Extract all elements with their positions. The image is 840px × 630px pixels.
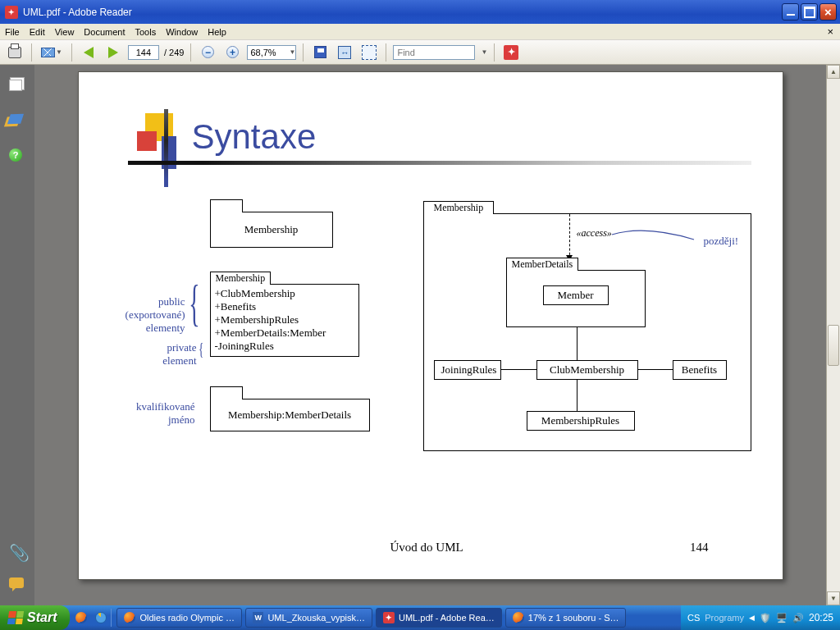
tray-icon[interactable]: 🛡️ [760,613,771,623]
attachments-panel-button[interactable]: 📎 [9,543,25,559]
side-panel: ? 📎 [0,65,34,605]
taskbar-item-adobereader[interactable]: ✦UML.pdf - Adobe Rea… [376,608,502,628]
taskbar-item-label: 17% z 1 souboru - S… [528,613,619,623]
pdf-page: Syntaxe Membership Membership +ClubMembe… [78,71,783,580]
next-page-button[interactable] [103,43,123,62]
zoom-select[interactable]: 68,7%▼ [247,45,296,60]
firefox-icon [513,612,524,623]
fit-page-button[interactable] [359,43,379,62]
decoration [164,109,168,187]
fit-width-button[interactable] [335,43,354,62]
taskbar-item-download[interactable]: 17% z 1 souboru - S… [505,608,627,628]
menu-edit[interactable]: Edit [30,27,45,37]
page-number-input[interactable] [128,45,159,60]
window-maximize-button[interactable] [801,3,818,21]
decoration [128,161,751,165]
email-button[interactable]: ▼ [39,43,65,62]
tray-programs-label[interactable]: Programy [705,613,744,623]
uml-class-member: Member [543,285,609,305]
tray-icon[interactable]: 🖥️ [776,613,788,623]
save-icon [314,46,326,58]
zoom-in-button[interactable]: + [222,43,242,62]
uml-class-memberdetails: MemberDetails Member [506,270,646,327]
layers-icon [7,114,24,125]
package-tab: Membership [423,201,495,214]
document-close-button[interactable]: × [827,25,833,38]
taskbar-item-label: Oldies radio Olympic … [139,613,235,623]
comment-icon [9,578,24,588]
taskbar-item-label: UML_Zkouska_vypisk… [267,613,365,623]
slide-footer: Úvod do UML [390,541,463,555]
label-public: public (exportované) elementy [116,295,185,335]
window-titlebar: ✦ UML.pdf - Adobe Reader [0,0,840,24]
taskbar-item-word[interactable]: WUML_Zkouska_vypisk… [245,608,372,628]
firefox-icon [75,612,87,623]
slide-logo [124,113,189,179]
tray-icon[interactable]: 🔊 [792,613,804,623]
comments-panel-button[interactable] [9,578,25,594]
menu-view[interactable]: View [55,27,75,37]
start-button[interactable]: Start [0,605,70,630]
scroll-thumb[interactable] [828,325,839,366]
brace-icon: { [189,274,199,332]
menu-tools[interactable]: Tools [135,27,157,37]
window-title: UML.pdf - Adobe Reader [23,7,132,18]
separator [71,43,72,62]
menu-help[interactable]: Help [208,27,226,37]
menu-window[interactable]: Window [166,27,198,37]
scroll-track[interactable] [827,79,840,591]
prev-page-button[interactable] [79,43,98,62]
vertical-scrollbar[interactable]: ▲ ▼ [826,65,840,605]
member-public: +ClubMembership [215,287,354,300]
word-icon: W [253,612,263,623]
system-tray: CS Programy ◀ 🛡️ 🖥️ 🔊 20:25 [681,605,840,630]
annotation-arrow [612,228,702,253]
print-icon [8,47,21,58]
acrobat-button[interactable]: ✦ [501,43,521,62]
document-viewport[interactable]: Syntaxe Membership Membership +ClubMembe… [34,65,826,605]
clock[interactable]: 20:25 [809,612,833,623]
member-public: +MemberDetails:Member [215,326,354,340]
arrow-left-icon [84,47,94,58]
language-indicator[interactable]: CS [687,613,700,623]
uml-package-members: Membership +ClubMembership +Benefits +Me… [210,284,359,357]
dependency-line [569,214,570,259]
scroll-down-button[interactable]: ▼ [827,591,840,605]
mail-icon [41,48,55,57]
arrow-right-icon [108,47,118,58]
menu-document[interactable]: Document [84,27,125,37]
separator [494,43,495,62]
layers-panel-button[interactable] [9,114,25,130]
menu-file[interactable]: File [5,27,20,37]
brace-icon: { [199,338,203,359]
window-close-button[interactable] [819,3,837,21]
chevron-down-icon: ▼ [481,48,487,56]
uml-class-membershiprules: MembershipRules [527,411,635,431]
separator [111,609,112,627]
zoom-value: 68,7% [250,48,276,57]
fit-width-icon [338,46,351,59]
stereotype-access: «access» [577,227,612,240]
page-total-label: / 249 [164,48,184,57]
taskbar-item-firefox[interactable]: Oldies radio Olympic … [116,608,242,628]
print-button[interactable] [5,43,25,62]
taskbar-item-label: UML.pdf - Adobe Rea… [399,613,495,623]
pages-panel-button[interactable] [9,80,25,96]
label-qualified: kvalifikované jméno [113,400,195,427]
package-tab: Membership [210,272,272,285]
uml-class-joiningrules: JoiningRules [434,360,501,380]
zoom-out-button[interactable]: − [198,43,217,62]
save-button[interactable] [310,43,330,62]
package-name: Membership [244,223,299,236]
help-panel-button[interactable]: ? [9,148,25,165]
quicklaunch-firefox[interactable] [73,609,89,626]
scroll-up-button[interactable]: ▲ [827,65,840,79]
tray-expand-button[interactable]: ◀ [749,614,755,622]
quicklaunch-ie[interactable] [93,609,109,626]
find-input[interactable] [393,45,475,60]
separator [386,43,386,62]
plus-icon: + [226,46,239,58]
toolbar: ▼ / 249 − + 68,7%▼ ▼ ✦ [0,40,840,65]
window-minimize-button[interactable] [782,3,799,21]
slide-title: Syntaxe [192,117,317,157]
